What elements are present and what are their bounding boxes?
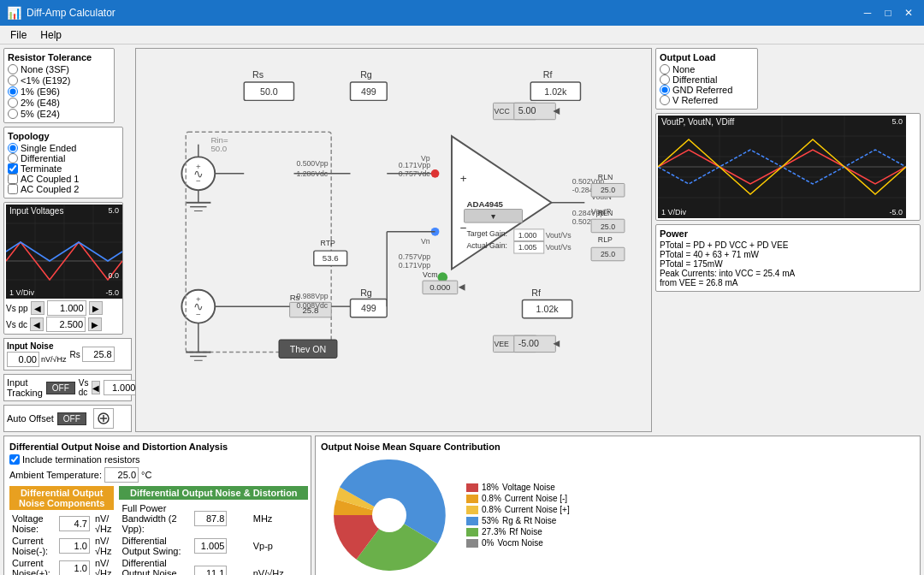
vs-pp-input[interactable] [47,300,86,316]
legend-vocm-color [466,539,478,548]
vs-dc-row: Vs dc ◀ ▶ [6,317,121,332]
menu-file[interactable]: File [3,27,33,43]
vs-dc-down[interactable]: ◀ [30,317,44,331]
topo-single[interactable]: Single Ended [8,143,119,153]
svg-text:Vn: Vn [421,237,430,246]
topology-panel: Topology Single Ended Differential Termi… [3,127,123,199]
input-scope-neg: -5.0 [105,288,119,297]
tol-lt1[interactable]: <1% (E192) [8,75,110,86]
tol-1pct[interactable]: 1% (E96) [8,86,110,97]
ambient-input[interactable] [104,467,139,483]
svg-text:VEE: VEE [494,340,509,348]
close-button[interactable]: ✕ [900,4,917,21]
include-termination-check[interactable] [9,454,20,465]
noise-current-neg-value[interactable] [59,538,90,554]
noise-components-header: Differential Output Noise Components [9,486,114,510]
left-controls: Resistor Tolerance None (3SF) <1% (E192)… [3,48,132,432]
noise-current-pos-value[interactable] [59,560,90,575]
legend-rg-rt-pct: 53% [482,516,499,525]
topo-ac1[interactable]: AC Coupled 1 [8,174,119,184]
svg-text:Target Gain:: Target Gain: [466,229,507,238]
svg-text:Rf: Rf [543,69,553,80]
svg-text:+: + [196,294,201,304]
auto-offset-toggle[interactable]: OFF [57,412,86,425]
legend-current-pos: 0.8% Current Noise [+] [466,505,570,514]
resistor-tolerance-options: None (3SF) <1% (E192) 1% (E96) 2% (E48) … [8,64,110,119]
svg-text:+: + [460,172,467,185]
noise-current-neg-unit: nV/√Hz [92,535,114,557]
ol-gnd[interactable]: GND Referred [660,85,754,95]
svg-text:Vout/Vs: Vout/Vs [546,231,572,240]
tracking-vs-input[interactable] [104,380,138,395]
power-title: Power [660,228,916,239]
vs-dc-input[interactable] [46,317,86,332]
topo-ac2[interactable]: AC Coupled 2 [8,184,119,194]
input-noise-value[interactable] [7,352,39,367]
legend-voltage-color [466,483,478,492]
pie-chart-panel: Output Noise Mean Square Contribution [315,436,921,575]
noise-current-pos-unit: nV/√Hz [92,557,114,575]
ol-none[interactable]: None [660,64,754,74]
ol-diff[interactable]: Differential [660,74,754,85]
vs-pp-up[interactable]: ▶ [89,301,103,315]
legend-rf: 27.3% Rf Noise [466,527,570,536]
svg-text:499: 499 [361,303,376,313]
svg-text:1.286Vdc: 1.286Vdc [296,169,328,178]
svg-text:50.0: 50.0 [210,144,227,153]
table-row: Full Power Bandwidth (2 Vpp): MHz [119,502,308,535]
schematic-svg: Rs 50.0 Rg 499 Rf 1.02k VCC 5.00 [136,49,651,431]
diff-swing-value[interactable] [194,538,227,554]
svg-text:Rf: Rf [531,288,541,298]
tol-2pct[interactable]: 2% (E48) [8,98,110,108]
rs-label: Rs [69,350,80,359]
noise-density-label: Differential Output Noise Density: [119,557,192,575]
vs-dc-up[interactable]: ▶ [88,317,102,331]
legend-vocm-label: Vocm Noise [497,538,542,548]
noise-current-pos-label: Current Noise(+): [9,557,56,575]
noise-voltage-value[interactable] [59,516,90,531]
noise-analysis-panel: Differential Output Noise and Distortion… [3,436,311,575]
menu-help[interactable]: Help [33,27,68,43]
power-peak: Peak Currents: into VCC = 25.4 mA [660,269,916,278]
auto-offset-symbol [93,408,114,429]
main-content: Resistor Tolerance None (3SF) <1% (E192)… [0,44,924,575]
noise-two-col: Differential Output Noise Components Vol… [9,486,305,575]
svg-text:-5.00: -5.00 [518,338,539,348]
svg-text:Rs: Rs [252,69,264,80]
fpbw-value[interactable] [194,511,227,526]
output-scope-scale: 1 V/Div [661,208,686,216]
ol-v[interactable]: V Referred [660,95,754,105]
legend-rf-color [466,528,478,536]
tracking-vs-down[interactable]: ◀ [92,381,100,394]
topo-diff[interactable]: Differential [8,153,119,163]
svg-text:0.171Vpp: 0.171Vpp [399,161,430,169]
minimize-button[interactable]: ─ [859,4,876,21]
svg-text:RLN: RLN [598,173,613,181]
svg-text:0.171Vpp: 0.171Vpp [399,261,430,270]
tol-none[interactable]: None (3SF) [8,64,110,74]
svg-text:ADA4945: ADA4945 [466,199,503,209]
vs-dc-label: Vs dc [6,320,27,329]
output-scope-panel: VoutP, VoutN, VDiff [655,113,921,221]
maximize-button[interactable]: □ [880,4,897,21]
svg-text:0.757Vpp: 0.757Vpp [399,252,430,261]
legend-voltage-pct: 18% [482,483,499,492]
noise-density-value[interactable] [194,566,227,575]
svg-text:0.757Vdc: 0.757Vdc [399,169,430,178]
svg-text:5.00: 5.00 [518,105,536,116]
table-row: Current Noise(+): nV/√Hz [9,557,114,575]
svg-text:25.0: 25.0 [601,222,615,231]
rs-input[interactable] [82,347,115,362]
power-line1: PTotal = 40 + 63 + 71 mW [660,250,916,259]
svg-text:1.02k: 1.02k [536,304,560,314]
tracking-toggle[interactable]: OFF [46,382,75,394]
svg-text:25.0: 25.0 [601,186,615,194]
vs-pp-down[interactable]: ◀ [31,301,44,315]
topo-terminate[interactable]: Terminate [8,163,119,174]
svg-text:−: − [196,310,201,319]
input-scope-vpp: 5.0 [108,206,119,215]
legend-rg-rt: 53% Rg & Rt Noise [466,516,570,525]
svg-text:0.008Vdc: 0.008Vdc [296,301,328,310]
pie-chart-area: 18% Voltage Noise 0.8% Current Noise [-]… [321,455,915,575]
tol-5pct[interactable]: 5% (E24) [8,109,110,119]
